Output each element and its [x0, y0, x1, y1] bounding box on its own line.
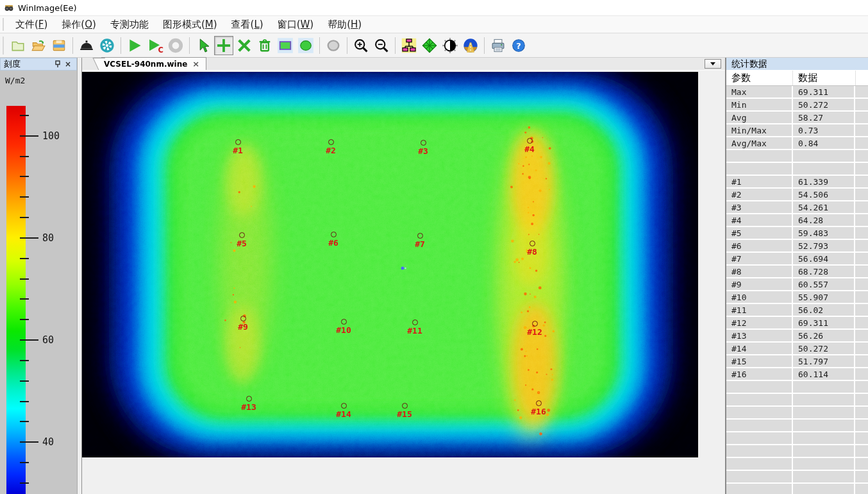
stats-row: #559.483 — [726, 227, 868, 240]
stats-value: 0.84 — [798, 139, 818, 148]
scale-panel-title: 刻度 — [4, 58, 53, 70]
stats-value: 60.557 — [798, 280, 828, 289]
stats-value: 58.27 — [798, 113, 823, 123]
new-file-button[interactable] — [8, 36, 28, 55]
stop-button[interactable] — [166, 36, 185, 55]
measure-point-circle[interactable] — [240, 316, 246, 321]
measure-point-circle[interactable] — [331, 232, 337, 237]
run-continuous-button[interactable]: C — [146, 36, 165, 55]
beam-image[interactable]: #1#2#3#4#5#6#7#8#9#10#11#12#13#14#15#16 — [82, 72, 698, 457]
scale-tick — [20, 421, 29, 422]
measure-point-circle[interactable] — [235, 139, 241, 145]
run-play-button[interactable] — [125, 36, 144, 55]
clear-trash-button[interactable] — [255, 36, 274, 55]
select-cursor-button[interactable] — [194, 36, 213, 55]
rect-roi-icon — [277, 37, 294, 54]
open-file-icon — [31, 38, 46, 53]
scale-tick — [20, 319, 29, 320]
menu-item[interactable]: 帮助(H) — [321, 19, 369, 31]
help-icon: ? — [511, 38, 526, 53]
settings-gear-button[interactable] — [97, 36, 117, 55]
measure-point-circle[interactable] — [239, 232, 245, 238]
clear-trash-icon — [256, 37, 273, 54]
stats-param: Avg/Max — [731, 139, 767, 148]
menu-item[interactable]: 查看(L) — [224, 19, 271, 31]
document-tab[interactable]: VCSEL-940nm.wine × — [101, 57, 206, 70]
delete-point-button[interactable] — [235, 36, 254, 55]
measure-point-circle[interactable] — [341, 319, 347, 325]
menu-item[interactable]: 窗口(W) — [271, 19, 321, 31]
measure-point-circle[interactable] — [530, 241, 535, 246]
menu-item[interactable]: 文件(F) — [8, 19, 54, 31]
stats-value: 61.339 — [798, 177, 828, 187]
measure-point-circle[interactable] — [532, 321, 538, 327]
measure-point-label: #12 — [527, 327, 542, 337]
toolbar-separator — [484, 37, 485, 54]
measure-point-circle[interactable] — [417, 233, 423, 239]
stats-row: Max69.311 — [726, 86, 868, 99]
tab-close-icon[interactable]: × — [192, 60, 199, 68]
zoom-in-button[interactable] — [351, 36, 371, 55]
measure-point-label: #16 — [531, 407, 546, 416]
pin-icon[interactable] — [53, 60, 63, 69]
add-point-button[interactable] — [214, 36, 233, 55]
stats-column-header: 参数 数据 — [726, 71, 868, 86]
rect-roi-button[interactable] — [276, 36, 295, 55]
add-point-icon — [215, 37, 232, 54]
open-file-button[interactable] — [29, 36, 48, 55]
measure-point-label: #10 — [336, 325, 351, 335]
stats-row: #1660.114 — [726, 368, 868, 381]
zoom-out-button[interactable] — [372, 36, 391, 55]
measure-point-circle[interactable] — [412, 319, 418, 325]
delete-point-icon — [236, 37, 253, 54]
stats-row: #1551.797 — [726, 355, 868, 368]
mesh-diamond-button[interactable] — [420, 36, 439, 55]
measure-point-circle[interactable] — [402, 403, 408, 409]
contrast-button[interactable] — [440, 36, 460, 55]
ellipse-roi-disabled-button[interactable] — [324, 36, 343, 55]
perspective-view-button[interactable] — [461, 36, 480, 55]
print-button[interactable] — [488, 36, 508, 55]
scale-tick — [20, 196, 29, 198]
contrast-icon — [442, 37, 458, 54]
close-icon[interactable]: × — [63, 60, 73, 69]
scale-tick — [20, 135, 38, 137]
stats-row — [726, 445, 868, 458]
tab-list-dropdown-button[interactable] — [705, 59, 721, 69]
scale-unit-label: W/m2 — [5, 76, 25, 85]
stats-param: #3 — [731, 203, 742, 212]
window-title: WinImage(Ee) — [18, 3, 77, 13]
menu-item[interactable]: 图形模式(M) — [156, 19, 224, 31]
stats-row: #1356.26 — [726, 330, 868, 343]
menu-item[interactable]: 专测功能 — [103, 19, 156, 31]
panel-splitter[interactable] — [77, 58, 82, 494]
new-file-icon — [10, 38, 26, 53]
stats-row: #1450.272 — [726, 343, 868, 355]
toolbar-separator — [189, 37, 190, 54]
settings-gear-icon — [99, 37, 115, 54]
stats-value: 69.311 — [798, 87, 828, 97]
stats-col-value: 数据 — [793, 71, 856, 85]
measure-point-circle[interactable] — [246, 396, 252, 402]
measure-point-circle[interactable] — [341, 403, 347, 409]
ellipse-roi-button[interactable] — [296, 36, 315, 55]
measure-point-circle[interactable] — [527, 138, 533, 144]
measure-point-label: #11 — [407, 326, 422, 336]
measure-point-circle[interactable] — [536, 400, 542, 406]
stats-value: 68.728 — [798, 267, 828, 277]
analysis-grid-button[interactable] — [399, 36, 419, 55]
beam-heatmap — [82, 72, 698, 457]
measure-point-circle[interactable] — [328, 139, 334, 145]
help-button[interactable]: ? — [509, 36, 528, 55]
scale-tick-label: 100 — [42, 130, 60, 142]
menu-item[interactable]: 操作(O) — [54, 19, 103, 31]
scale-tick — [20, 339, 38, 341]
measure-point-label: #5 — [237, 239, 247, 248]
capture-dome-button[interactable] — [77, 36, 96, 55]
measure-point-circle[interactable] — [421, 140, 426, 146]
stop-icon — [167, 37, 185, 55]
stats-value: 0.73 — [798, 126, 818, 135]
app-icon — [4, 3, 14, 13]
save-file-button[interactable] — [49, 36, 69, 55]
menu-grip — [3, 18, 4, 31]
